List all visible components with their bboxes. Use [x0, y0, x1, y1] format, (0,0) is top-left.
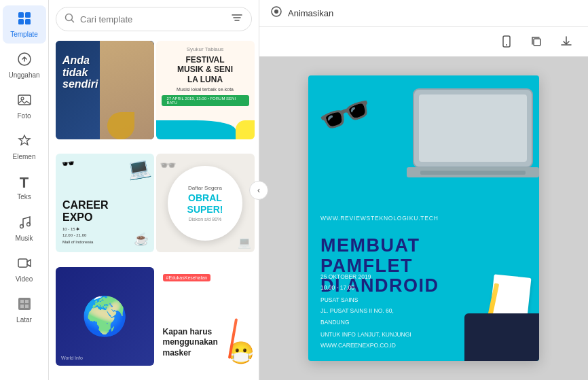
card2-badge: 27 APRIL 2019, 13:00 • FORUM SENI BATU: [162, 95, 249, 106]
duplicate-button[interactable]: [526, 31, 547, 52]
sidebar-item-label-teks: Teks: [17, 193, 31, 201]
sidebar-item-label-video: Video: [16, 275, 33, 283]
background-icon: [17, 296, 32, 313]
card6-tag: #EdukasKesehatan: [163, 274, 211, 281]
card1-line3: sendiri: [62, 78, 98, 90]
canvas-title-line1: MEMBUAT: [320, 236, 439, 256]
svg-point-20: [274, 10, 278, 14]
card5-label: World Info: [61, 356, 83, 360]
download-button[interactable]: [555, 31, 577, 52]
music-icon: [17, 215, 32, 232]
template-card-2[interactable]: Syukur Tablaus FESTIVALMUSIK & SENILA LU…: [156, 41, 255, 139]
sidebar: Template Unggahan Foto Elemen T: [0, 0, 49, 380]
svg-rect-14: [25, 305, 29, 308]
phone-preview-button[interactable]: [496, 31, 517, 52]
chevron-left-icon: ‹: [257, 186, 260, 195]
upload-icon: [17, 52, 32, 69]
canvas-header: Animasikan: [259, 0, 588, 27]
canvas-details: 25 OKTOBER 2019 10.00 - 17.00 PUSAT SAIN…: [320, 271, 411, 351]
canvas-detail-time: 10.00 - 17.00: [320, 282, 411, 293]
card4-circle: Daftar Segera OBRALSUPER! Diskon s/d 80%: [168, 166, 242, 241]
card2-subtitle: Musisi lokal terbaik se-kota: [177, 87, 234, 92]
canvas-sunglasses: 🕶️: [311, 81, 380, 148]
canvas-detail-website: WWW.CAREENEXPO.CO.ID: [320, 340, 411, 351]
search-icon: [65, 13, 75, 25]
filter-icon[interactable]: [231, 12, 243, 27]
svg-rect-1: [25, 12, 31, 18]
animate-label: Animasikan: [288, 8, 333, 18]
canvas-dark-book: [464, 313, 539, 361]
card1-line1: Anda: [62, 54, 98, 67]
svg-rect-2: [18, 19, 24, 24]
card5-globe-icon: 🌍: [81, 294, 128, 339]
element-icon: [17, 133, 32, 150]
template-card-3[interactable]: 💻 🕶️ CAREEREXPO 10 - 15 ✱12.00 - 21.00Ma…: [56, 154, 154, 252]
sidebar-item-label-foto: Foto: [17, 112, 31, 120]
search-container: [56, 7, 252, 31]
collapse-panel-button[interactable]: ‹: [249, 181, 268, 200]
design-canvas: 🕶️ WWW.: [308, 75, 539, 361]
card3-laptop-icon: 💻: [125, 156, 152, 182]
card2-header: Syukur Tablaus: [187, 46, 224, 52]
sidebar-item-video[interactable]: Video: [3, 250, 46, 288]
svg-rect-23: [534, 39, 540, 46]
canvas-detail-info: UNTUK INFO LANJUT, KUNJUNGI: [320, 329, 411, 340]
svg-rect-3: [25, 19, 31, 24]
sidebar-item-label-elemen: Elemen: [13, 153, 36, 160]
svg-rect-11: [20, 300, 24, 303]
canvas-detail-city: BANDUNG: [320, 317, 411, 328]
canvas-detail-address: JL. PUSAT SAINS II NO. 60,: [320, 305, 411, 316]
sidebar-item-label-unggahan: Unggahan: [8, 71, 39, 79]
canvas-toolbar: [259, 27, 588, 56]
card2-title: FESTIVALMUSIK & SENILA LUNA: [177, 55, 233, 84]
template-card-6[interactable]: #EdukasKesehatan Kapan harusmenggunakanm…: [156, 267, 255, 366]
template-icon: [17, 11, 32, 28]
sidebar-item-latar[interactable]: Latar: [3, 291, 46, 329]
card4-title: OBRALSUPER!: [187, 192, 223, 215]
card1-line2: tidak: [62, 67, 98, 79]
card3-coffee-icon: ☕: [134, 232, 149, 247]
svg-rect-27: [420, 171, 526, 175]
card4-subtext: Diskon s/d 80%: [189, 217, 222, 222]
svg-point-22: [506, 44, 507, 46]
template-card-1[interactable]: Anda tidak sendiri: [56, 41, 154, 139]
canvas-area: Animasikan 🕶️: [259, 0, 588, 380]
svg-rect-25: [419, 94, 527, 162]
card3-glasses-icon: 🕶️: [60, 156, 75, 171]
template-panel: Anda tidak sendiri Syukur Tablaus FESTIV…: [49, 0, 259, 380]
svg-point-6: [21, 97, 24, 100]
canvas-laptop-area: [407, 86, 539, 184]
sidebar-item-label-latar: Latar: [16, 316, 32, 324]
svg-rect-13: [20, 305, 24, 308]
animate-icon: [270, 5, 282, 20]
svg-rect-12: [25, 300, 29, 303]
sidebar-item-foto[interactable]: Foto: [3, 87, 46, 125]
sidebar-item-musik[interactable]: Musik: [3, 209, 46, 247]
sidebar-item-teks[interactable]: T Teks: [3, 169, 46, 207]
canvas-container[interactable]: 🕶️ WWW.: [259, 56, 588, 380]
sidebar-item-label-template: Template: [10, 31, 38, 38]
svg-rect-9: [18, 259, 27, 267]
card3-title: CAREEREXPO: [62, 199, 147, 223]
sidebar-item-label-musik: Musik: [15, 235, 33, 242]
templates-grid: Anda tidak sendiri Syukur Tablaus FESTIV…: [49, 37, 259, 380]
video-icon: [17, 256, 32, 273]
template-card-4[interactable]: 🕶️ 💻 Daftar Segera OBRALSUPER! Diskon s/…: [156, 154, 255, 252]
canvas-detail-date: 25 OKTOBER 2019: [320, 271, 411, 282]
card4-bg-glasses: 🕶️: [160, 157, 177, 173]
card4-bg-laptop: 💻: [238, 236, 251, 249]
text-icon: T: [20, 175, 29, 190]
template-card-5[interactable]: 🌍 World Info: [56, 267, 154, 366]
sidebar-item-elemen[interactable]: Elemen: [3, 128, 46, 166]
svg-rect-10: [18, 298, 31, 310]
card4-pretext: Daftar Segera: [188, 185, 222, 191]
sidebar-item-unggahan[interactable]: Unggahan: [3, 46, 46, 84]
canvas-detail-venue: PUSAT SAINS: [320, 294, 411, 305]
sidebar-item-template[interactable]: Template: [3, 5, 46, 44]
canvas-website-url: WWW.REVIEWSTEKNOLOGIKU.TECH: [320, 215, 439, 222]
photo-icon: [17, 92, 32, 109]
search-input[interactable]: [80, 14, 225, 24]
svg-rect-0: [18, 12, 24, 18]
